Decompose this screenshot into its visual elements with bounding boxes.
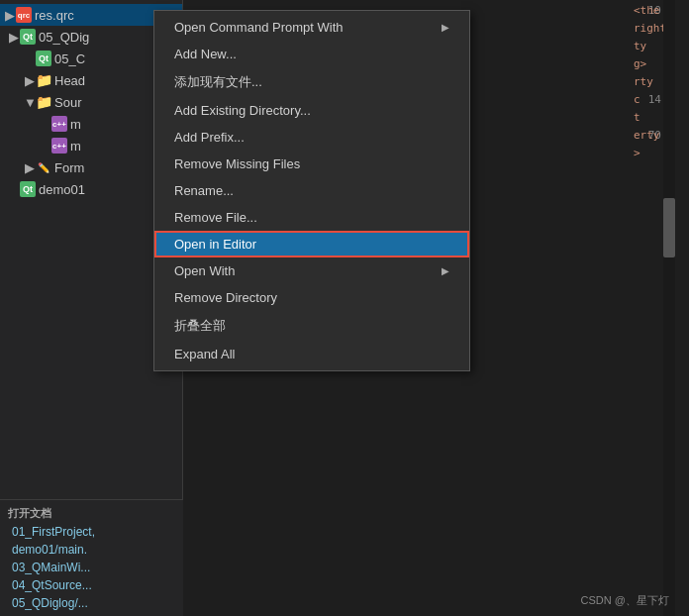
arrow-icon: ▶ bbox=[8, 30, 20, 45]
code-text: <the right ty g> rty c t erty > bbox=[634, 2, 663, 162]
submenu-arrow-icon: ▶ bbox=[442, 22, 449, 33]
menu-remove-missing[interactable]: Remove Missing Files bbox=[154, 151, 469, 177]
qt-icon: Qt bbox=[20, 181, 36, 197]
menu-label: Rename... bbox=[174, 183, 234, 198]
menu-label: Remove Missing Files bbox=[174, 156, 300, 171]
menu-rename[interactable]: Rename... bbox=[154, 177, 469, 204]
tree-label: res.qrc bbox=[35, 8, 74, 23]
open-doc-2[interactable]: demo01/main. bbox=[0, 541, 183, 559]
cpp-icon: c++ bbox=[51, 116, 67, 132]
menu-collapse-all[interactable]: 折叠全部 bbox=[154, 311, 469, 341]
folder-icon: 📁 bbox=[36, 94, 51, 110]
code-line: <the right bbox=[634, 2, 663, 38]
open-doc-1[interactable]: 01_FirstProject, bbox=[0, 523, 183, 541]
arrow-icon: ▼ bbox=[24, 95, 36, 110]
menu-label: Open in Editor bbox=[174, 237, 256, 252]
form-icon: ✏️ bbox=[36, 159, 51, 175]
menu-remove-file[interactable]: Remove File... bbox=[154, 204, 469, 231]
code-line: t bbox=[634, 109, 663, 127]
cpp-icon: c++ bbox=[51, 138, 67, 154]
menu-open-in-editor[interactable]: Open in Editor bbox=[154, 231, 469, 257]
code-line: > bbox=[634, 145, 663, 162]
menu-remove-directory[interactable]: Remove Directory bbox=[154, 284, 469, 311]
tree-label: demo01 bbox=[39, 182, 85, 197]
scrollbar-thumb[interactable] bbox=[663, 198, 675, 257]
open-doc-5[interactable]: 05_QDiglog/... bbox=[0, 594, 183, 612]
menu-add-new[interactable]: Add New... bbox=[154, 41, 469, 67]
folder-icon: 📁 bbox=[36, 72, 51, 88]
code-line: c bbox=[634, 91, 663, 109]
open-doc-4[interactable]: 04_QtSource... bbox=[0, 576, 183, 594]
menu-add-prefix[interactable]: Add Prefix... bbox=[154, 124, 469, 151]
menu-open-cmd[interactable]: Open Command Prompt With ▶ bbox=[154, 14, 469, 41]
tree-label: Head bbox=[54, 73, 85, 88]
menu-label: Remove Directory bbox=[174, 290, 277, 305]
tree-label: m bbox=[70, 117, 81, 132]
open-docs-panel: 打开文档 01_FirstProject, demo01/main. 03_QM… bbox=[0, 499, 183, 616]
scrollbar[interactable] bbox=[663, 0, 675, 616]
menu-label: Add Existing Directory... bbox=[174, 103, 311, 118]
context-menu: Open Command Prompt With ▶ Add New... 添加… bbox=[153, 10, 470, 371]
menu-add-existing-file[interactable]: 添加现有文件... bbox=[154, 67, 469, 97]
menu-label: Add Prefix... bbox=[174, 130, 245, 145]
menu-open-with[interactable]: Open With ▶ bbox=[154, 257, 469, 284]
menu-label: 折叠全部 bbox=[174, 317, 226, 335]
res-icon: qrc bbox=[16, 7, 32, 23]
menu-label: Open With bbox=[174, 263, 235, 278]
tree-label: Form bbox=[54, 160, 84, 175]
submenu-arrow-icon: ▶ bbox=[442, 265, 449, 276]
open-docs-label: 打开文档 bbox=[0, 504, 183, 523]
qt-icon: Qt bbox=[36, 51, 51, 66]
code-line: rty bbox=[634, 73, 663, 91]
arrow-icon: ▶ bbox=[24, 73, 36, 88]
qt-icon: Qt bbox=[20, 29, 36, 45]
tree-label: m bbox=[70, 139, 81, 154]
code-line: g> bbox=[634, 55, 663, 73]
menu-label: Open Command Prompt With bbox=[174, 20, 344, 35]
tree-label: Sour bbox=[54, 95, 81, 110]
menu-label: Remove File... bbox=[174, 210, 257, 225]
tree-label: 05_QDig bbox=[39, 30, 89, 45]
menu-label: Add New... bbox=[174, 47, 237, 61]
menu-expand-all[interactable]: Expand All bbox=[154, 341, 469, 367]
arrow-icon: ▶ bbox=[4, 8, 16, 23]
watermark: CSDN @、星下灯 bbox=[581, 593, 669, 608]
code-line: erty bbox=[634, 127, 663, 145]
menu-label: 添加现有文件... bbox=[174, 73, 262, 91]
tree-label: 05_C bbox=[54, 51, 85, 66]
open-doc-3[interactable]: 03_QMainWi... bbox=[0, 559, 183, 576]
menu-label: Expand All bbox=[174, 347, 235, 361]
menu-add-existing-dir[interactable]: Add Existing Directory... bbox=[154, 97, 469, 124]
arrow-icon: ▶ bbox=[24, 160, 36, 175]
code-line: ty bbox=[634, 38, 663, 55]
